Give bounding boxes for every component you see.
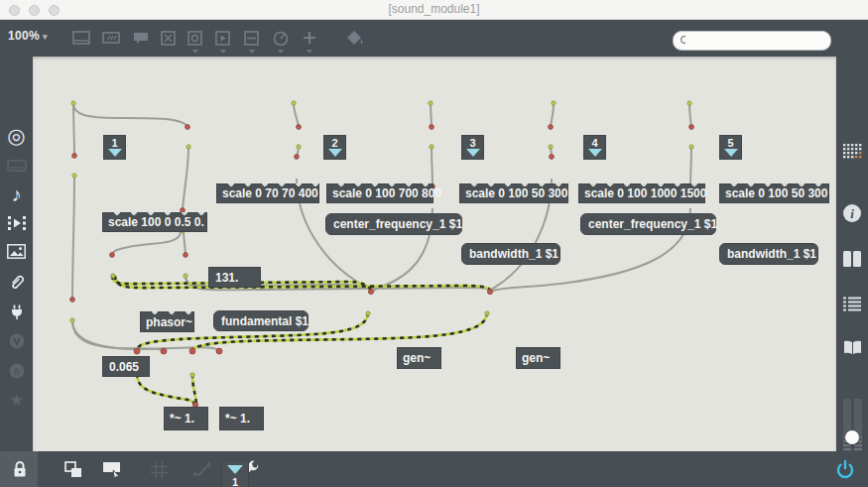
button-icon — [186, 28, 205, 48]
right-sidebar: i — [836, 57, 868, 451]
preset-selector-3[interactable]: 3 — [461, 135, 484, 160]
object-box-scale-centerfreq-1[interactable]: scale 0 100 700 800 — [326, 183, 434, 203]
plug-icon — [8, 303, 26, 320]
sidebar-item-clips[interactable] — [0, 215, 33, 235]
message-icon — [213, 28, 233, 48]
grid-toggle-button[interactable] — [147, 457, 171, 481]
object-text: scale 0 100 1000 1500 — [584, 186, 706, 200]
object-text: gen~ — [403, 351, 431, 365]
object-box-scale-bandwidth-2[interactable]: scale 0 100 50 300 — [719, 183, 829, 203]
zoom-level-control[interactable]: 100%▾ — [8, 29, 48, 43]
preset-selector-2[interactable]: 2 — [323, 135, 346, 160]
patch-cords-layer[interactable] — [33, 57, 836, 451]
power-icon — [834, 458, 856, 480]
number-box-frequency[interactable]: 131. — [208, 267, 261, 288]
presentation-mode-button[interactable] — [99, 457, 123, 481]
patch-cord-options-button[interactable] — [190, 457, 214, 481]
sidebar-item-beap[interactable]: b — [0, 362, 33, 384]
dial-icon — [271, 28, 291, 48]
dropdown-triangle-icon — [328, 149, 342, 157]
object-box-phasor[interactable]: phasor~ — [140, 311, 194, 332]
new-number-box-button[interactable] — [99, 26, 123, 50]
sidebar-item-inspector[interactable]: i — [836, 203, 868, 223]
object-text: scale 0 100 50 300 — [725, 186, 827, 200]
message-box-fundamental[interactable]: fundamental $1 — [213, 310, 309, 331]
chevron-down-icon — [249, 50, 255, 54]
selector-value: 4 — [591, 137, 597, 149]
film-play-icon — [7, 215, 27, 231]
sidebar-item-files[interactable] — [0, 273, 33, 295]
chevron-down-icon — [307, 50, 312, 54]
chevron-down-icon — [278, 50, 284, 54]
message-box-bandwidth-left[interactable]: bandwidth_1 $1 — [461, 243, 560, 265]
preset-selector-5[interactable]: 5 — [719, 135, 742, 160]
image-icon — [7, 244, 26, 259]
zoom-caret-icon: ▾ — [43, 32, 48, 42]
sidebar-item-vizzie[interactable] — [0, 332, 33, 354]
object-box-scale-volume[interactable]: scale 100 0 0.5 0. — [102, 212, 207, 232]
new-slider-button[interactable] — [240, 26, 264, 50]
number-value: 131. — [215, 271, 238, 285]
info-icon: i — [842, 203, 862, 223]
bring-forward-button[interactable] — [62, 457, 85, 481]
chevron-down-icon — [220, 50, 226, 54]
selector-value: 1 — [111, 137, 117, 149]
message-box-center-frequency-right[interactable]: center_frequency_1 $1 — [580, 213, 716, 235]
paint-format-button[interactable] — [343, 26, 367, 50]
search-input[interactable] — [685, 33, 830, 49]
left-sidebar: ◎ ♪ — [0, 57, 33, 451]
svg-text:i: i — [850, 206, 854, 221]
object-box-scale-fundamental[interactable]: scale 0 70 70 400 — [216, 183, 319, 203]
message-text: center_frequency_1 $1 — [333, 217, 462, 231]
sidebar-item-reference[interactable] — [836, 340, 868, 355]
sidebar-item-images[interactable] — [0, 244, 33, 263]
zoom-level-value: 100% — [8, 29, 40, 43]
inlet-nubs — [720, 183, 828, 187]
sidebar-item-plugins[interactable] — [0, 303, 33, 324]
preset-selector-4[interactable]: 4 — [583, 135, 606, 160]
new-toggle-button[interactable] — [157, 26, 181, 50]
target-circles-icon: ◎ — [7, 124, 25, 148]
object-box-gen-left[interactable]: gen~ — [397, 347, 441, 369]
number-box-volume[interactable]: 0.065 — [102, 356, 150, 377]
sidebar-item-favorites[interactable]: ★ — [0, 390, 33, 411]
object-box-scale-centerfreq-2[interactable]: scale 0 100 1000 1500 — [578, 183, 705, 203]
object-box-multiply-left[interactable]: *~ 1. — [164, 407, 208, 430]
sidebar-item-grid[interactable] — [836, 144, 868, 160]
search-field[interactable] — [673, 31, 831, 51]
preset-selector-1[interactable]: 1 — [103, 135, 126, 160]
object-text: scale 100 0 0.5 0. — [108, 215, 204, 229]
new-object-button[interactable] — [69, 26, 93, 50]
top-toolbar: 100%▾ — [0, 20, 868, 57]
message-box-bandwidth-right[interactable]: bandwidth_1 $1 — [719, 243, 818, 265]
gain-knob[interactable] — [845, 430, 859, 444]
inlet-nubs — [460, 183, 567, 187]
number-box-icon — [101, 28, 121, 48]
paperclip-icon — [8, 273, 26, 291]
new-button-button[interactable] — [184, 26, 207, 50]
star-icon: ★ — [9, 390, 24, 411]
lock-patcher-button[interactable] — [8, 457, 32, 481]
message-text: center_frequency_1 $1 — [588, 217, 717, 231]
output-selector[interactable]: 1 — [221, 460, 249, 487]
audio-power-button[interactable] — [832, 456, 858, 482]
presentation-icon — [102, 461, 121, 478]
inlet-nubs — [327, 183, 433, 187]
new-comment-button[interactable] — [129, 26, 153, 50]
selector-value: 2 — [331, 137, 337, 149]
object-box-gen-right[interactable]: gen~ — [516, 347, 560, 369]
sidebar-item-audio[interactable]: ♪ — [0, 183, 33, 206]
add-object-button[interactable] — [298, 26, 321, 50]
object-box-icon — [71, 28, 91, 48]
new-dial-button[interactable] — [269, 26, 293, 50]
message-box-center-frequency-left[interactable]: center_frequency_1 $1 — [325, 213, 462, 235]
object-box-scale-bandwidth-1[interactable]: scale 0 100 50 300 — [459, 183, 568, 203]
sidebar-item-console-list[interactable] — [836, 297, 868, 311]
sidebar-item-panels[interactable] — [836, 251, 868, 267]
sidebar-item-console[interactable]: ◎ — [0, 124, 33, 148]
signal-cords[interactable] — [112, 276, 490, 404]
new-message-button[interactable] — [211, 26, 235, 50]
object-box-multiply-right[interactable]: *~ 1. — [219, 407, 264, 430]
sidebar-item-keyboard[interactable] — [0, 159, 33, 177]
window-title: [sound_module1] — [0, 2, 868, 16]
